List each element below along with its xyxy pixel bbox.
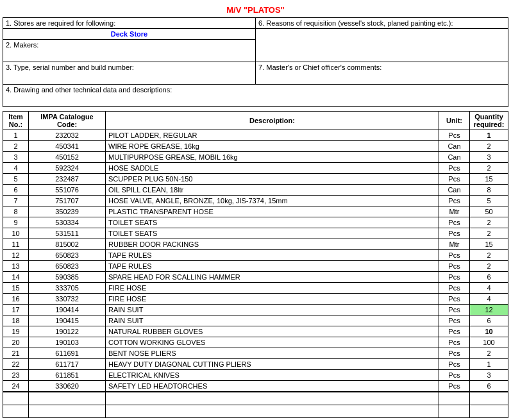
- cell-impa-code: 330620: [29, 381, 106, 392]
- table-row: 13650823TAPE RULESPcs2: [3, 261, 508, 272]
- cell-quantity: 2: [470, 217, 508, 228]
- table-row: 10531511TOILET SEATSPcs2: [3, 228, 508, 239]
- cell-description: TAPE RULES: [106, 261, 439, 272]
- makers-label: 2. Makers:: [6, 41, 38, 49]
- cell-unit: Pcs: [439, 326, 470, 337]
- cell-description: FIRE HOSE: [106, 283, 439, 294]
- table-row: 5232487SCUPPER PLUG 50N-150Pcs15: [3, 174, 508, 185]
- cell-quantity: 8: [470, 185, 508, 196]
- cell-item-no: 23: [3, 370, 29, 381]
- cell-item-no: 14: [3, 272, 29, 283]
- cell-description: BENT NOSE PLIERS: [106, 348, 439, 359]
- cell-item-no: 1: [3, 130, 29, 141]
- cell-quantity: 2: [470, 261, 508, 272]
- cell-description: RAIN SUIT: [106, 305, 439, 315]
- cell-quantity: 3: [470, 152, 508, 163]
- cell-description: SAFETY LED HEADTORCHES: [106, 381, 439, 392]
- cell-item-no: 2: [3, 141, 29, 152]
- cell-item-no: 10: [3, 228, 29, 239]
- cell-impa-code: 190415: [29, 315, 106, 326]
- cell-unit: Pcs: [439, 217, 470, 228]
- cell-description: WIRE ROPE GREASE, 16kg: [106, 141, 439, 152]
- cell-unit: Mtr: [439, 239, 470, 250]
- table-row: 16330732FIRE HOSEPcs4: [3, 294, 508, 305]
- cell-unit: Pcs: [439, 337, 470, 348]
- cell-description: PLASTIC TRANSPARENT HOSE: [106, 206, 439, 217]
- cell-quantity: 6: [470, 315, 508, 326]
- table-row: 9530334TOILET SEATSPcs2: [3, 217, 508, 228]
- cell-unit: Pcs: [439, 315, 470, 326]
- cell-quantity: 2: [470, 348, 508, 359]
- cell-impa-code: 590385: [29, 272, 106, 283]
- cell-quantity: 12: [470, 305, 508, 315]
- cell-quantity: 3: [470, 370, 508, 381]
- cell-impa-code: 190103: [29, 337, 106, 348]
- deck-store: Deck Store: [6, 30, 253, 38]
- cell-unit: Pcs: [439, 174, 470, 185]
- footer-spacer-table: [3, 392, 508, 418]
- cell-unit: Pcs: [439, 196, 470, 206]
- cell-impa-code: 190414: [29, 305, 106, 315]
- cell-unit: Pcs: [439, 272, 470, 283]
- table-row: 19190122NATURAL RUBBER GLOVESPcs10: [3, 326, 508, 337]
- col-header-item: Item No.:: [3, 112, 29, 130]
- cell-unit: Can: [439, 141, 470, 152]
- header-table: 1. Stores are required for following: 6.…: [3, 17, 508, 107]
- cell-quantity: 2: [470, 250, 508, 261]
- cell-impa-code: 611851: [29, 370, 106, 381]
- cell-impa-code: 333705: [29, 283, 106, 294]
- page: M/V "PLATOS" 1. Stores are required for …: [0, 0, 511, 420]
- cell-quantity: 5: [470, 196, 508, 206]
- cell-quantity: 100: [470, 337, 508, 348]
- cell-impa-code: 551076: [29, 185, 106, 196]
- table-row: 2450341WIRE ROPE GREASE, 16kgCan2: [3, 141, 508, 152]
- cell-description: HOSE SADDLE: [106, 163, 439, 174]
- cell-quantity: 4: [470, 283, 508, 294]
- table-row: 17190414RAIN SUITPcs12: [3, 305, 508, 315]
- table-row: 18190415RAIN SUITPcs6: [3, 315, 508, 326]
- cell-description: RAIN SUIT: [106, 315, 439, 326]
- cell-quantity: 6: [470, 272, 508, 283]
- cell-impa-code: 232487: [29, 174, 106, 185]
- cell-impa-code: 450341: [29, 141, 106, 152]
- cell-impa-code: 531511: [29, 228, 106, 239]
- cell-impa-code: 611717: [29, 359, 106, 370]
- cell-unit: Can: [439, 185, 470, 196]
- type-label: 3. Type, serial number and build number:: [6, 63, 134, 71]
- cell-unit: Pcs: [439, 348, 470, 359]
- cell-item-no: 18: [3, 315, 29, 326]
- cell-description: TOILET SEATS: [106, 217, 439, 228]
- table-row: 24330620SAFETY LED HEADTORCHESPcs6: [3, 381, 508, 392]
- main-table: Item No.: IMPA Catalogue Code: Descroipt…: [3, 111, 508, 392]
- cell-item-no: 16: [3, 294, 29, 305]
- cell-item-no: 3: [3, 152, 29, 163]
- table-row: 7751707HOSE VALVE, ANGLE, BRONZE, 10kg, …: [3, 196, 508, 206]
- table-row: 14590385SPARE HEAD FOR SCALLING HAMMERPc…: [3, 272, 508, 283]
- table-row: 11815002RUBBER DOOR PACKINGSMtr15: [3, 239, 508, 250]
- table-row: 6551076OIL SPILL CLEAN, 18ltrCan8: [3, 185, 508, 196]
- cell-quantity: 10: [470, 326, 508, 337]
- cell-description: SCUPPER PLUG 50N-150: [106, 174, 439, 185]
- cell-impa-code: 350239: [29, 206, 106, 217]
- cell-impa-code: 751707: [29, 196, 106, 206]
- cell-description: COTTON WORKING GLOVES: [106, 337, 439, 348]
- cell-impa-code: 190122: [29, 326, 106, 337]
- cell-description: RUBBER DOOR PACKINGS: [106, 239, 439, 250]
- cell-description: TOILET SEATS: [106, 228, 439, 239]
- cell-description: SPARE HEAD FOR SCALLING HAMMER: [106, 272, 439, 283]
- cell-unit: Pcs: [439, 305, 470, 315]
- cell-item-no: 15: [3, 283, 29, 294]
- cell-description: HOSE VALVE, ANGLE, BRONZE, 10kg, JIS-737…: [106, 196, 439, 206]
- cell-quantity: 2: [470, 228, 508, 239]
- table-row: 20190103COTTON WORKING GLOVESPcs100: [3, 337, 508, 348]
- col-header-impa: IMPA Catalogue Code:: [29, 112, 106, 130]
- cell-impa-code: 450152: [29, 152, 106, 163]
- cell-description: PILOT LADDER, REGULAR: [106, 130, 439, 141]
- cell-quantity: 6: [470, 381, 508, 392]
- cell-item-no: 24: [3, 381, 29, 392]
- cell-unit: Pcs: [439, 370, 470, 381]
- cell-item-no: 21: [3, 348, 29, 359]
- cell-unit: Pcs: [439, 381, 470, 392]
- cell-item-no: 19: [3, 326, 29, 337]
- cell-unit: Pcs: [439, 130, 470, 141]
